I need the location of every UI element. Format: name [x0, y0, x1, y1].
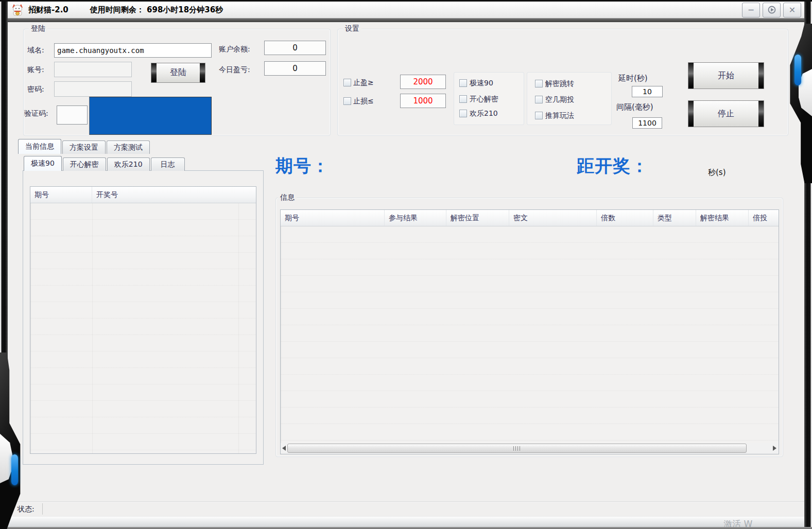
subtab-log[interactable]: 日志: [151, 157, 185, 171]
stop-button[interactable]: 停止: [688, 100, 764, 127]
domain-label: 域名:: [27, 46, 44, 55]
login-groupbox: 登陆 域名: 账户余额: 0 账号: 登陆 今日盈亏: 0 密码: 验证码:: [23, 29, 331, 136]
password-label: 密码:: [27, 85, 44, 94]
bottom-band: [8, 516, 804, 527]
tab-label: 方案测试: [114, 143, 143, 152]
subtab-label: 日志: [161, 160, 175, 169]
app-title: 招财猫-2.0: [28, 5, 68, 15]
col-decrypt-result[interactable]: 解密结果: [696, 210, 749, 226]
kaixin-label: 开心解密: [470, 95, 498, 104]
window-skin-left-ornament: [0, 352, 25, 529]
seconds-label: 秒(s): [708, 168, 726, 178]
settings-button[interactable]: [763, 3, 781, 17]
subtab-jisu90[interactable]: 极速90: [24, 156, 62, 171]
blue-accent: [794, 55, 801, 85]
window-skin-right-ornament: [785, 24, 812, 183]
lucky-cat-icon: [11, 3, 24, 16]
stop-win-value[interactable]: 2000: [400, 75, 446, 89]
col-period[interactable]: 期号: [281, 210, 385, 226]
subtab-label: 欢乐210: [114, 160, 143, 169]
settings-group-label: 设置: [343, 24, 361, 33]
settings-groupbox: 设置 止盈≥ 2000 止损≤ 1000 极速90 开心解密 欢乐210 解密跳…: [337, 29, 788, 136]
info-table-hscrollbar[interactable]: [281, 443, 778, 453]
info-table-body[interactable]: [281, 226, 779, 454]
title-bar[interactable]: 招财猫-2.0 使用时间剩余： 698小时18分钟36秒 ─ ✕: [8, 2, 804, 19]
col-bet-multiple[interactable]: 倍投: [749, 210, 779, 226]
info-table-header: 期号 参与结果 解密位置 密文 倍数 类型 解密结果 倍投: [281, 210, 779, 226]
subtab-huanle210[interactable]: 欢乐210: [107, 157, 150, 171]
blue-accent: [11, 454, 18, 485]
password-input[interactable]: [54, 81, 132, 97]
close-button[interactable]: ✕: [783, 3, 801, 17]
info-group-label: 信息: [278, 193, 297, 202]
start-button[interactable]: 开始: [688, 62, 764, 89]
captcha-input[interactable]: [57, 105, 88, 125]
history-table[interactable]: 期号 开奖号: [30, 186, 256, 454]
window-skin-bottom: [0, 527, 812, 529]
tuisuan-checkbox[interactable]: [535, 112, 543, 119]
stop-win-label: 止盈≥: [353, 78, 374, 87]
scroll-right-arrow-icon[interactable]: [771, 443, 778, 453]
stop-loss-label: 止损≤: [353, 97, 374, 106]
kongjiqi-checkbox[interactable]: [535, 96, 543, 103]
subtab-label: 极速90: [31, 159, 55, 168]
kaixin-checkbox[interactable]: [459, 95, 467, 103]
start-button-label: 开始: [718, 70, 734, 81]
subtab-kaixin[interactable]: 开心解密: [63, 157, 106, 171]
stop-loss-checkbox[interactable]: [343, 97, 351, 105]
minimize-button[interactable]: ─: [742, 3, 760, 17]
scrollbar-grip-icon: [513, 446, 521, 451]
jisu90-label: 极速90: [470, 79, 493, 88]
close-icon: ✕: [789, 5, 796, 15]
col-multiplier[interactable]: 倍数: [597, 210, 653, 226]
col-ciphertext[interactable]: 密文: [509, 210, 597, 226]
tab-plan-settings[interactable]: 方案设置: [62, 140, 106, 154]
status-divider: [42, 503, 43, 515]
delay-label: 延时(秒): [618, 74, 648, 83]
col-decrypt-position[interactable]: 解密位置: [446, 210, 509, 226]
time-remaining-value: 698小时18分钟36秒: [147, 5, 223, 14]
balance-label: 账户余额:: [219, 45, 250, 54]
stop-win-checkbox[interactable]: [343, 79, 351, 86]
pnl-label: 今日盈亏:: [219, 65, 250, 75]
col-draw-number[interactable]: 开奖号: [92, 187, 256, 203]
period-heading: 期号：: [275, 154, 330, 178]
domain-input[interactable]: [54, 43, 212, 58]
account-input[interactable]: [54, 62, 132, 77]
title-bar-underline: [8, 19, 804, 22]
interval-input[interactable]: [632, 117, 662, 129]
account-label: 账号:: [27, 65, 44, 75]
main-tabstrip: 当前信息 方案设置 方案测试: [18, 139, 151, 154]
game-checkbox-panel: 极速90 开心解密 欢乐210: [454, 72, 524, 125]
tuisuan-label: 推算玩法: [545, 111, 574, 120]
info-groupbox: 信息 期号 参与结果 解密位置 密文 倍数 类型 解密结果 倍投: [275, 198, 783, 457]
period-heading-label: 期号：: [275, 155, 330, 176]
login-button-label: 登陆: [170, 67, 186, 78]
settings-icon: [767, 5, 776, 14]
delay-input[interactable]: [632, 86, 663, 97]
history-table-body[interactable]: [30, 203, 256, 453]
info-table[interactable]: 期号 参与结果 解密位置 密文 倍数 类型 解密结果 倍投: [280, 209, 779, 454]
col-type[interactable]: 类型: [653, 210, 696, 226]
tab-current-info[interactable]: 当前信息: [18, 139, 61, 154]
tab-label: 当前信息: [25, 142, 54, 151]
jisu90-checkbox[interactable]: [459, 79, 467, 87]
minimize-icon: ─: [749, 5, 754, 15]
interval-label: 间隔(毫秒): [616, 102, 653, 112]
captcha-image[interactable]: [89, 97, 212, 135]
countdown-heading-label: 距开奖：: [577, 155, 649, 176]
stop-loss-value[interactable]: 1000: [400, 94, 446, 108]
huanle210-checkbox[interactable]: [459, 110, 467, 117]
login-button[interactable]: 登陆: [151, 63, 205, 83]
col-period[interactable]: 期号: [30, 187, 92, 203]
option-checkbox-panel: 解密跳转 空几期投 推算玩法: [527, 72, 612, 125]
scroll-left-arrow-icon[interactable]: [281, 443, 287, 453]
time-remaining: 使用时间剩余： 698小时18分钟36秒: [90, 5, 223, 15]
tab-label: 方案设置: [70, 143, 98, 152]
scrollbar-thumb[interactable]: [287, 444, 747, 453]
jiemi-jump-checkbox[interactable]: [535, 80, 543, 87]
tab-plan-test[interactable]: 方案测试: [107, 140, 150, 154]
col-participation-result[interactable]: 参与结果: [385, 210, 446, 226]
subtab-label: 开心解密: [70, 160, 99, 169]
captcha-label: 验证码:: [24, 109, 48, 118]
